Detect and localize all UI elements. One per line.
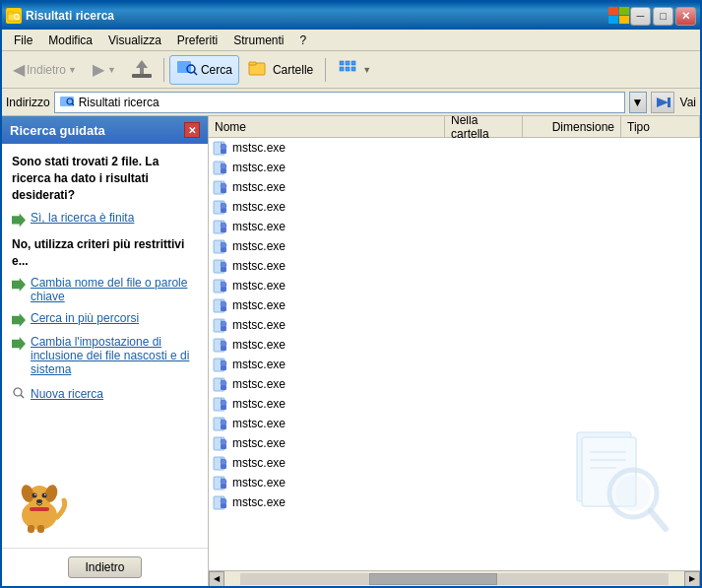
search-button[interactable]: Cerca: [169, 55, 239, 85]
file-name: mstsc.exe: [232, 200, 449, 214]
forward-arrow-icon: ▶: [93, 60, 104, 79]
link-1-label: Cambia nome del file o parole chiave: [31, 276, 198, 303]
svg-point-72: [221, 282, 226, 288]
up-button[interactable]: [125, 55, 159, 85]
right-panel: Nome Nella cartella Dimensione Tipo msts…: [209, 116, 700, 586]
svg-point-92: [221, 380, 226, 386]
file-item[interactable]: mstsc.exe: [209, 394, 700, 414]
svg-rect-6: [608, 16, 618, 24]
new-search-label: Nuova ricerca: [31, 387, 103, 401]
file-item[interactable]: mstsc.exe: [209, 295, 700, 315]
search-label: Cerca: [201, 63, 232, 77]
link-2-icon: [12, 313, 26, 327]
file-icon: [213, 435, 228, 451]
file-icon: [213, 475, 228, 490]
file-name: mstsc.exe: [232, 358, 449, 371]
file-list-body[interactable]: mstsc.exe mstsc.exe mstsc.exe mstsc.exe …: [209, 138, 700, 570]
toolbar: ◀ Indietro ▼ ▶ ▼: [2, 51, 700, 89]
menu-file[interactable]: File: [6, 32, 40, 49]
svg-rect-15: [249, 62, 256, 65]
file-item[interactable]: mstsc.exe: [209, 355, 700, 374]
file-item[interactable]: mstsc.exe: [209, 315, 700, 335]
svg-rect-4: [608, 7, 618, 15]
file-icon: [213, 317, 228, 333]
no-section-title: No, utilizza criteri più restrittivi e..…: [12, 236, 198, 270]
folders-button[interactable]: Cartelle: [241, 55, 320, 85]
svg-point-48: [221, 163, 226, 169]
scroll-track[interactable]: [240, 573, 669, 585]
svg-rect-10: [132, 74, 152, 78]
col-size-header[interactable]: Dimensione: [523, 116, 621, 137]
hscroll[interactable]: ◀ ▶: [209, 570, 700, 586]
minimize-button[interactable]: ─: [630, 7, 651, 26]
svg-marker-9: [136, 60, 148, 68]
scroll-thumb[interactable]: [369, 573, 498, 585]
view-dropdown-icon: ▼: [362, 65, 371, 75]
file-item[interactable]: mstsc.exe: [209, 374, 700, 394]
forward-button[interactable]: ▶ ▼: [86, 55, 123, 85]
col-name-header[interactable]: Nome: [209, 116, 445, 137]
go-button[interactable]: [651, 92, 674, 113]
address-value: Risultati ricerca: [79, 96, 160, 109]
scroll-left-arrow[interactable]: ◀: [209, 571, 224, 587]
address-dropdown[interactable]: ▼: [629, 92, 647, 113]
file-name: mstsc.exe: [232, 377, 449, 391]
file-item[interactable]: mstsc.exe: [209, 335, 700, 355]
scroll-right-arrow[interactable]: ▶: [684, 571, 700, 587]
menu-preferiti[interactable]: Preferiti: [169, 32, 225, 49]
svg-point-84: [221, 341, 226, 347]
svg-rect-40: [30, 507, 49, 511]
svg-point-108: [221, 459, 226, 465]
link-2[interactable]: Cerca in più percorsi: [12, 311, 198, 327]
col-type-header[interactable]: Tipo: [621, 116, 700, 137]
file-item[interactable]: mstsc.exe: [209, 276, 700, 295]
file-icon: [213, 219, 228, 234]
file-item[interactable]: mstsc.exe: [209, 138, 700, 158]
file-item[interactable]: mstsc.exe: [209, 256, 700, 276]
svg-point-100: [221, 420, 226, 425]
back-button[interactable]: ◀ Indietro ▼: [6, 55, 84, 85]
new-search-link[interactable]: Nuova ricerca: [12, 386, 198, 403]
svg-rect-8: [140, 68, 144, 75]
file-icon: [213, 376, 228, 392]
svg-rect-18: [351, 61, 355, 65]
yes-link[interactable]: Sì, la ricerca è finita: [12, 211, 198, 227]
main-window: Risultati ricerca ─ □ ✕ File Modifica Vi…: [0, 0, 702, 588]
file-item[interactable]: mstsc.exe: [209, 197, 700, 217]
svg-rect-1: [8, 12, 13, 14]
back-label: Indietro: [27, 63, 66, 77]
menu-modifica[interactable]: Modifica: [40, 32, 100, 49]
toolbar-sep-2: [325, 58, 326, 82]
maximize-button[interactable]: □: [653, 7, 673, 26]
panel-footer: Indietro: [2, 548, 208, 586]
up-arrow-icon: [132, 58, 152, 82]
svg-point-27: [14, 388, 22, 396]
menu-help[interactable]: ?: [292, 32, 315, 49]
col-folder-header[interactable]: Nella cartella: [445, 116, 523, 137]
svg-point-112: [221, 479, 226, 485]
address-field[interactable]: Risultati ricerca: [54, 92, 625, 113]
file-item[interactable]: mstsc.exe: [209, 177, 700, 197]
link-1[interactable]: Cambia nome del file o parole chiave: [12, 276, 198, 303]
svg-rect-19: [340, 67, 344, 71]
panel-close-button[interactable]: ✕: [184, 122, 200, 138]
view-button[interactable]: ▼: [331, 55, 378, 85]
search-illustration: [552, 423, 680, 541]
file-item[interactable]: mstsc.exe: [209, 236, 700, 256]
file-icon: [213, 160, 228, 175]
go-label: Vai: [680, 96, 696, 109]
file-item[interactable]: mstsc.exe: [209, 158, 700, 177]
new-search-icon: [12, 386, 26, 403]
svg-rect-17: [346, 61, 350, 65]
menu-strumenti[interactable]: Strumenti: [225, 32, 291, 49]
file-icon: [213, 455, 228, 471]
link-3[interactable]: Cambia l'impostazione di inclusione dei …: [12, 335, 198, 376]
menu-visualizza[interactable]: Visualizza: [100, 32, 169, 49]
close-button[interactable]: ✕: [675, 7, 696, 26]
back-button-panel[interactable]: Indietro: [68, 556, 141, 578]
svg-point-33: [32, 493, 37, 498]
forward-dropdown-icon: ▼: [107, 65, 116, 75]
file-item[interactable]: mstsc.exe: [209, 217, 700, 236]
file-icon: [213, 357, 228, 372]
link-3-icon: [12, 337, 26, 351]
